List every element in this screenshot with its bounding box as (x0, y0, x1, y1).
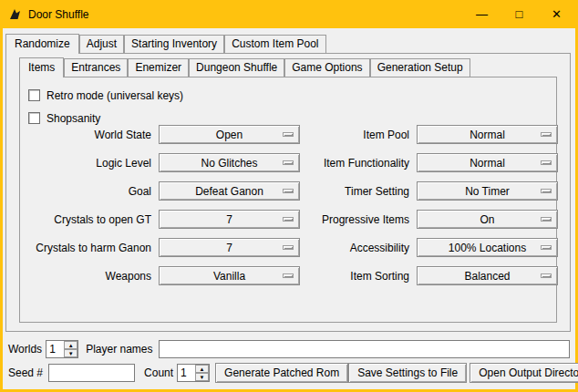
player-names-input[interactable] (159, 340, 571, 358)
titlebar: Door Shuffle — □ ✕ (0, 0, 578, 28)
dropdown-indicator-icon (283, 245, 294, 250)
goal-label: Goal (26, 185, 151, 198)
dropdown-value: Defeat Ganon (195, 185, 263, 198)
checkbox-group: Retro mode (universal keys) Shopsanity (28, 84, 183, 129)
dropdown-indicator-icon (541, 273, 552, 278)
dropdown-item-sorting[interactable]: Balanced (417, 266, 558, 285)
app-icon (8, 7, 22, 21)
count-down-button[interactable]: ▼ (195, 373, 209, 381)
dropdown-world-state[interactable]: Open (159, 125, 300, 144)
dropdown-indicator-icon (541, 132, 552, 137)
dropdown-indicator-icon (541, 245, 552, 250)
crystals-gt-label: Crystals to open GT (26, 213, 151, 226)
worlds-label: Worlds (8, 343, 42, 356)
randomize-pane: Items Entrances Enemizer Dungeon Shuffle… (5, 53, 571, 332)
dropdown-crystals-ganon[interactable]: 7 (159, 238, 300, 257)
item-functionality-label: Item Functionality (307, 157, 409, 170)
close-button[interactable]: ✕ (538, 2, 575, 26)
count-spinner: ▲ ▼ (177, 364, 210, 382)
dropdown-value: Balanced (464, 270, 510, 283)
tab-entrances[interactable]: Entrances (64, 58, 128, 77)
generate-patched-rom-button[interactable]: Generate Patched Rom (215, 363, 348, 383)
worlds-up-button[interactable]: ▲ (64, 341, 77, 349)
dropdown-value: 100% Locations (449, 242, 526, 254)
caption-buttons: — □ ✕ (463, 2, 575, 26)
seed-label: Seed # (8, 366, 43, 379)
dropdown-value: Open (216, 129, 243, 141)
dropdown-value: On (480, 213, 494, 226)
tab-enemizer[interactable]: Enemizer (128, 58, 189, 77)
worlds-spin-buttons: ▲ ▼ (64, 341, 77, 357)
down-arrow-icon: ▼ (68, 351, 74, 356)
dropdown-indicator-icon (541, 217, 552, 222)
count-up-button[interactable]: ▲ (195, 365, 209, 373)
tab-randomize[interactable]: Randomize (5, 34, 79, 54)
dropdown-value: 7 (226, 242, 232, 254)
dropdown-item-functionality[interactable]: Normal (417, 153, 558, 172)
tab-dungeon-shuffle[interactable]: Dungeon Shuffle (189, 58, 284, 77)
item-pool-label: Item Pool (307, 129, 409, 141)
minimize-button[interactable]: — (463, 2, 501, 26)
seed-input[interactable] (48, 364, 135, 382)
dropdown-value: No Timer (465, 185, 510, 198)
minimize-icon: — (476, 7, 488, 21)
count-label: Count (144, 366, 173, 379)
retro-mode-label: Retro mode (universal keys) (46, 89, 183, 102)
seed-row: Seed # Count ▲ ▼ Generate Patched Rom Sa… (8, 363, 570, 383)
dropdown-value: 7 (226, 213, 232, 226)
shopsanity-label: Shopsanity (46, 112, 100, 125)
retro-mode-checkbox[interactable] (28, 89, 40, 101)
maximize-button[interactable]: □ (501, 2, 538, 26)
worlds-input[interactable] (46, 341, 64, 357)
window: Door Shuffle — □ ✕ Randomize Adjust Star… (0, 0, 578, 392)
dropdown-indicator-icon (283, 273, 294, 278)
up-arrow-icon: ▲ (200, 366, 205, 372)
dropdown-indicator-icon (283, 160, 294, 165)
logic-level-label: Logic Level (26, 157, 151, 170)
count-spin-buttons: ▲ ▼ (195, 365, 209, 381)
window-title: Door Shuffle (28, 8, 89, 21)
dropdown-value: Normal (470, 157, 505, 170)
player-names-label: Player names (86, 343, 152, 356)
worlds-row: Worlds ▲ ▼ Player names (8, 339, 570, 359)
dropdown-logic-level[interactable]: No Glitches (159, 153, 300, 172)
tab-items[interactable]: Items (19, 57, 64, 77)
items-pane: Retro mode (universal keys) Shopsanity W… (19, 77, 557, 323)
dropdown-indicator-icon (283, 189, 294, 193)
retro-mode-row: Retro mode (universal keys) (28, 84, 183, 107)
dropdown-progressive-items[interactable]: On (417, 210, 558, 229)
worlds-spinner: ▲ ▼ (46, 340, 78, 358)
up-arrow-icon: ▲ (68, 343, 74, 348)
outer-tab-bar: Randomize Adjust Starting Inventory Cust… (5, 33, 326, 53)
client-area: Randomize Adjust Starting Inventory Cust… (3, 28, 575, 389)
maximize-icon: □ (516, 7, 523, 21)
tab-adjust[interactable]: Adjust (79, 35, 124, 53)
shopsanity-checkbox[interactable] (28, 112, 40, 124)
settings-grid: World State Open Item Pool Normal Logic … (26, 125, 558, 285)
tab-custom-item-pool[interactable]: Custom Item Pool (224, 35, 325, 53)
dropdown-indicator-icon (541, 189, 552, 193)
dropdown-weapons[interactable]: Vanilla (159, 266, 300, 285)
tab-game-options[interactable]: Game Options (284, 58, 369, 77)
dropdown-indicator-icon (541, 160, 552, 165)
save-settings-button[interactable]: Save Settings to File (348, 363, 467, 383)
inner-tab-bar: Items Entrances Enemizer Dungeon Shuffle… (19, 57, 470, 77)
tab-generation-setup[interactable]: Generation Setup (370, 58, 470, 77)
dropdown-crystals-gt[interactable]: 7 (159, 210, 300, 229)
progressive-items-label: Progressive Items (307, 213, 409, 226)
dropdown-value: No Glitches (201, 157, 257, 170)
open-output-directory-button[interactable]: Open Output Directory (470, 363, 578, 383)
count-input[interactable] (178, 365, 195, 381)
down-arrow-icon: ▼ (200, 375, 205, 380)
dropdown-goal[interactable]: Defeat Ganon (159, 181, 300, 201)
accessibility-label: Accessibility (307, 242, 409, 254)
timer-setting-label: Timer Setting (307, 185, 409, 198)
dropdown-value: Normal (470, 129, 505, 141)
dropdown-timer-setting[interactable]: No Timer (417, 181, 558, 201)
worlds-down-button[interactable]: ▼ (64, 349, 77, 357)
dropdown-accessibility[interactable]: 100% Locations (417, 238, 558, 257)
dropdown-value: Vanilla (213, 270, 245, 283)
dropdown-item-pool[interactable]: Normal (417, 125, 558, 144)
world-state-label: World State (26, 129, 151, 141)
tab-starting-inventory[interactable]: Starting Inventory (124, 35, 224, 53)
